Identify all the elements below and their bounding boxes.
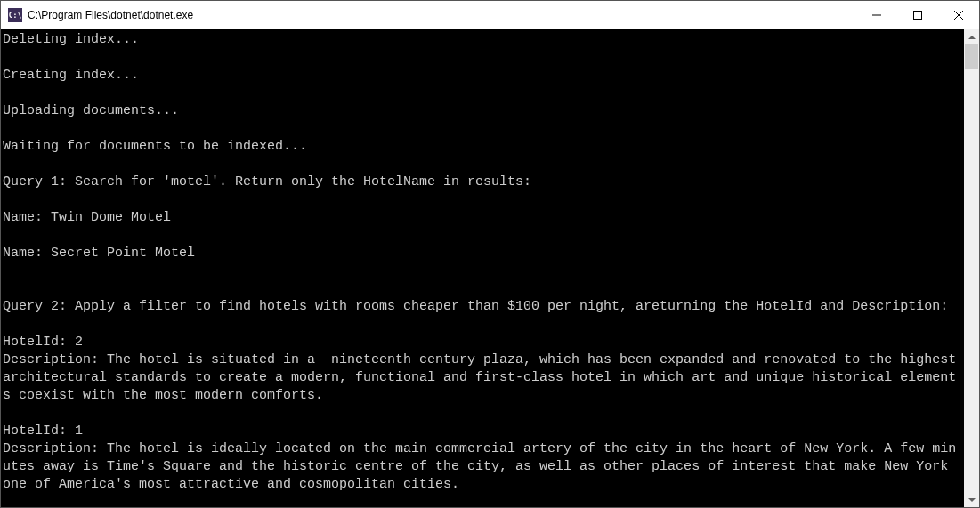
console-body: Deleting index... Creating index... Uplo… — [1, 29, 979, 507]
scroll-up-button[interactable] — [964, 29, 979, 44]
scroll-track[interactable] — [964, 44, 979, 492]
scroll-thumb[interactable] — [965, 44, 978, 69]
app-icon: C:\ — [8, 8, 22, 22]
scroll-down-button[interactable] — [964, 492, 979, 507]
window-controls — [856, 1, 979, 29]
vertical-scrollbar[interactable] — [964, 29, 979, 507]
window-title: C:\Program Files\dotnet\dotnet.exe — [28, 9, 856, 21]
minimize-button[interactable] — [856, 1, 897, 29]
console-output[interactable]: Deleting index... Creating index... Uplo… — [1, 29, 964, 507]
svg-rect-1 — [914, 12, 922, 20]
titlebar[interactable]: C:\ C:\Program Files\dotnet\dotnet.exe — [1, 1, 979, 29]
maximize-button[interactable] — [897, 1, 938, 29]
svg-marker-4 — [968, 36, 976, 39]
close-button[interactable] — [938, 1, 979, 29]
svg-marker-5 — [968, 498, 976, 502]
console-window: C:\ C:\Program Files\dotnet\dotnet.exe D… — [0, 0, 980, 508]
